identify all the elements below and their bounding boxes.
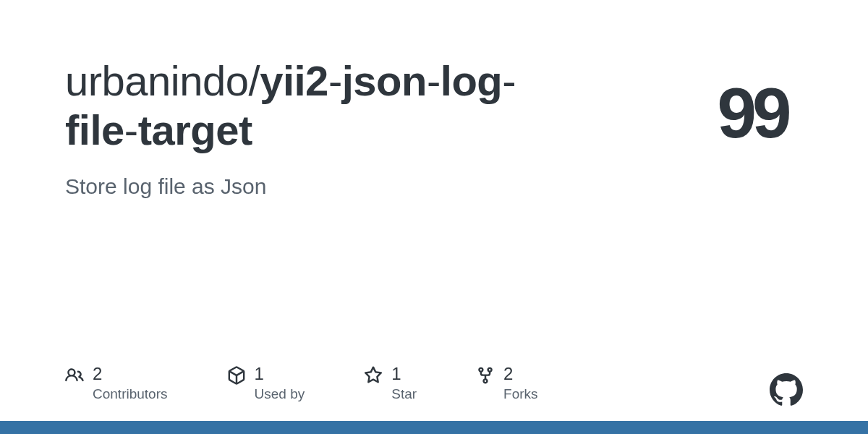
- repo-name-part: log: [441, 57, 502, 104]
- repo-name-part: yii2: [260, 57, 328, 104]
- stat-count: 1: [255, 365, 305, 383]
- language-segment: [0, 421, 868, 434]
- owner-avatar: 99: [702, 62, 803, 163]
- stat-label: Star: [391, 386, 417, 402]
- stat-contributors: 2 Contributors: [65, 365, 168, 402]
- stat-forks: 2 Forks: [476, 365, 538, 402]
- stat-label: Forks: [503, 386, 538, 402]
- stat-star: 1 Star: [364, 365, 417, 402]
- github-logo-icon: [770, 373, 803, 407]
- repo-name-part: file: [65, 106, 124, 153]
- stat-count: 2: [93, 365, 168, 383]
- fork-icon: [476, 366, 495, 385]
- repo-description: Store log file as Json: [65, 174, 586, 199]
- language-bar: [0, 421, 868, 434]
- stat-count: 1: [391, 365, 417, 383]
- avatar-text: 99: [717, 72, 787, 154]
- repo-title: urbanindo/yii2-json-log-file-target: [65, 56, 586, 156]
- repo-owner: urbanindo: [65, 57, 249, 104]
- repo-name-part: target: [138, 106, 252, 153]
- people-icon: [65, 366, 84, 385]
- stat-count: 2: [503, 365, 538, 383]
- star-icon: [364, 366, 383, 385]
- stat-label: Contributors: [93, 386, 168, 402]
- stat-label: Used by: [255, 386, 305, 402]
- package-icon: [227, 366, 246, 385]
- repo-stats: 2 Contributors 1 Used by 1 Star 2 Forks: [65, 365, 538, 402]
- stat-used-by: 1 Used by: [227, 365, 305, 402]
- repo-name-part: json: [342, 57, 427, 104]
